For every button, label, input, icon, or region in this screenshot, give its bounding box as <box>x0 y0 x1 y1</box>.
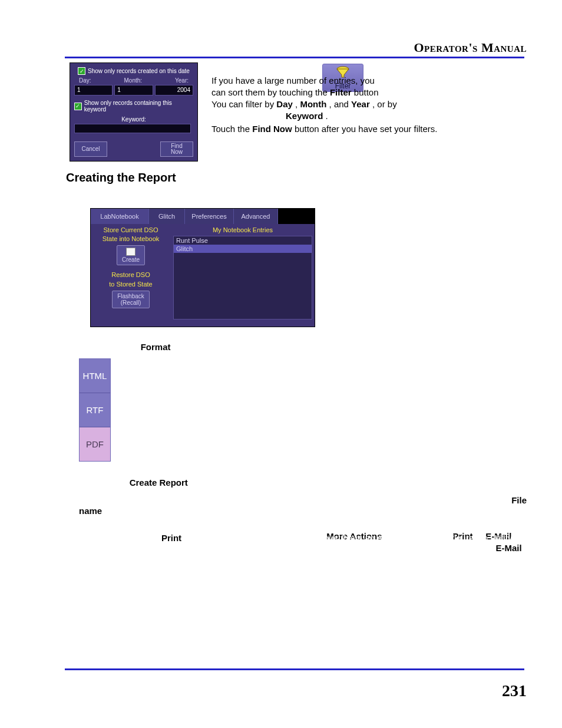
tab-labnotebook[interactable]: LabNotebook <box>91 209 149 224</box>
format-rtf-button[interactable]: RTF <box>80 393 110 427</box>
tab-advanced[interactable]: Advanced <box>234 209 278 224</box>
restore-label-2: to Stored State <box>93 281 168 288</box>
creating-report-heading: Creating the Report <box>66 171 176 185</box>
restore-label-1: Restore DSO <box>93 271 168 279</box>
text: button <box>354 87 379 97</box>
text: can sort them by touching the <box>211 87 330 97</box>
text: 5. If you want to print or e-mail the re… <box>79 521 279 531</box>
month-label: Month: <box>124 77 143 84</box>
checkbox-keyword-icon[interactable]: ✓ <box>74 103 82 110</box>
text: . <box>524 543 527 553</box>
flashback-button[interactable]: Flashback (Recall) <box>112 291 150 308</box>
keyword-field[interactable] <box>74 124 191 133</box>
checkbox-date-label: Show only records created on this date <box>88 68 190 74</box>
list-item[interactable]: Runt Pulse <box>174 236 312 245</box>
checkbox-keyword-label: Show only records containing this keywor… <box>84 100 193 113</box>
create-button[interactable]: Create <box>117 245 145 265</box>
text: Touch the <box>211 124 252 134</box>
entries-list[interactable]: Runt Pulse Glitch <box>173 236 312 319</box>
format-selector: HTML RTF PDF <box>79 358 111 462</box>
month-field[interactable]: 1 <box>114 85 153 95</box>
text: , and <box>329 99 352 109</box>
checkbox-date-icon[interactable]: ✓ <box>78 67 85 75</box>
format-pdf-button[interactable]: PDF <box>80 427 110 461</box>
text: button and select a report format form t… <box>173 342 393 352</box>
format-html-button[interactable]: HTML <box>80 359 110 393</box>
create-label: Create <box>122 256 140 263</box>
labnotebook-panel: LabNotebook Glitch Preferences Advanced … <box>90 208 315 327</box>
day-bold: Day <box>276 99 293 109</box>
keyword-bold: Keyword <box>286 111 323 121</box>
file-bold: File <box>511 495 527 505</box>
page-number: 231 <box>502 681 527 700</box>
entries-title: My Notebook Entries <box>173 226 312 233</box>
text: the pop-up menu. <box>79 533 151 543</box>
text: 2. Touch the <box>90 342 141 352</box>
create-icon <box>126 248 135 256</box>
print-bold-2: Print <box>161 533 181 543</box>
year-label: Year: <box>175 77 189 84</box>
text: , or by <box>372 99 397 109</box>
text: 4. Touch Save and, in the pop-up dialog,… <box>134 495 511 505</box>
header-rule <box>65 57 524 58</box>
text: button. <box>190 477 217 487</box>
store-label-1: Store Current DSO <box>93 226 168 234</box>
month-bold: Month <box>300 99 326 109</box>
list-item[interactable]: Glitch <box>174 245 312 253</box>
cancel-button[interactable]: Cancel <box>74 141 107 157</box>
tab-preferences[interactable]: Preferences <box>185 209 234 224</box>
tab-glitch[interactable]: Glitch <box>149 209 185 224</box>
name-bold: name <box>79 506 102 516</box>
filter-bold: Filter <box>330 87 352 97</box>
year-field[interactable]: 2004 <box>155 85 193 95</box>
text: If you have a large number of entries, y… <box>211 75 375 85</box>
day-field[interactable]: 1 <box>74 85 113 95</box>
footer-rule <box>65 668 524 670</box>
store-label-2: State into Notebook <box>93 235 168 243</box>
day-label: Day: <box>79 77 91 84</box>
format-bold: Format <box>141 342 171 352</box>
text: You can filter by <box>211 99 276 109</box>
keyword-label: Keyword: <box>73 115 194 124</box>
find-now-button[interactable]: Find Now <box>160 141 193 157</box>
text: . <box>326 111 328 121</box>
header-title: Operator's Manual <box>414 40 527 55</box>
email-bold-2: E-Mail <box>495 543 521 553</box>
text: 3. Touch the <box>79 477 130 487</box>
text: is the name you gave to the notebook ent… <box>104 506 276 516</box>
create-report-bold: Create Report <box>130 477 188 487</box>
year-bold: Year <box>351 99 370 109</box>
filter-dialog: ✓ Show only records created on this date… <box>70 62 198 162</box>
text: button after you have set your filters. <box>295 124 438 134</box>
findnow-bold: Find Now <box>252 124 292 134</box>
